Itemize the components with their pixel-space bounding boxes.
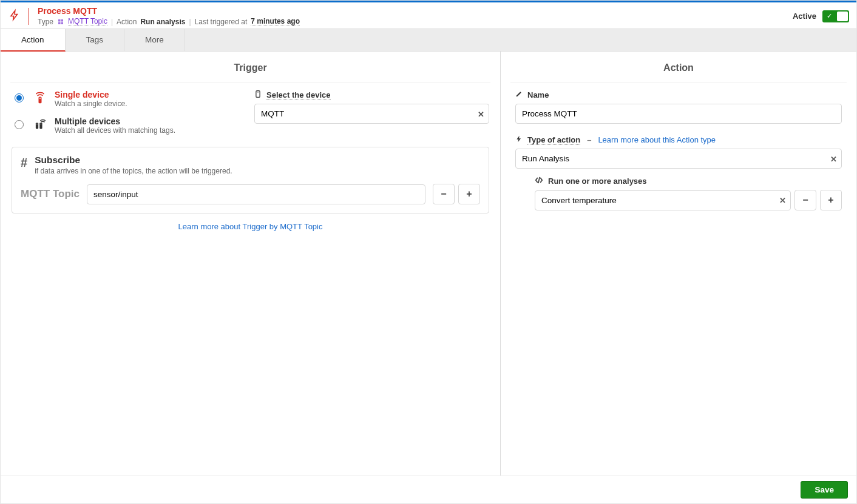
action-divider — [510, 82, 847, 82]
action-type-input[interactable] — [515, 149, 842, 169]
add-topic-button[interactable]: + — [458, 184, 480, 204]
name-field-label: Name — [515, 90, 842, 100]
action-name-input[interactable] — [515, 104, 842, 124]
trigger-learn-more-link[interactable]: Learn more about Trigger by MQTT Topic — [178, 222, 323, 231]
tab-more[interactable]: More — [124, 29, 185, 51]
pencil-icon — [515, 90, 523, 100]
device-field-label: Select the device — [254, 90, 489, 100]
hash-icon: # — [21, 156, 27, 170]
trigger-option-single[interactable]: Single device Watch a single device. — [12, 90, 242, 108]
active-label: Active — [793, 12, 816, 21]
meta-type-label: Type — [38, 18, 53, 26]
meta-action-value: Run analysis — [140, 18, 185, 26]
analysis-input[interactable] — [535, 190, 791, 210]
subscribe-box: # Subscribe if data arrives in one of th… — [12, 147, 489, 213]
svg-point-5 — [41, 124, 41, 124]
tab-bar: Action Tags More — [1, 29, 856, 52]
type-label-text: Type of action — [527, 135, 580, 145]
svg-point-7 — [257, 92, 259, 93]
code-icon — [535, 176, 543, 186]
name-label-text: Name — [527, 90, 549, 99]
footer: Save — [1, 475, 856, 503]
header-meta: Type MQTT Topic | Action Run analysis | … — [38, 17, 300, 26]
single-device-desc: Watch a single device. — [55, 99, 127, 108]
remove-topic-button[interactable]: − — [433, 184, 455, 204]
svg-point-4 — [36, 124, 37, 124]
active-toggle[interactable]: ✓ — [822, 10, 849, 22]
subscribe-desc: if data arrives in one of the topics, th… — [35, 167, 232, 175]
bolt-small-icon — [515, 135, 523, 145]
multiple-devices-title: Multiple devices — [55, 116, 175, 126]
toggle-knob — [837, 12, 848, 21]
action-title: Action — [506, 62, 852, 73]
add-analysis-button[interactable]: + — [820, 190, 842, 210]
trigger-option-multiple[interactable]: Multiple devices Watch all devices with … — [12, 116, 242, 135]
trigger-title: Trigger — [5, 62, 495, 73]
mqtt-topic-input[interactable] — [87, 184, 425, 204]
action-panel: Action Name Type of acti — [501, 52, 856, 475]
save-button[interactable]: Save — [801, 481, 848, 499]
page-header: Process MQTT Type MQTT Topic | Action Ru… — [1, 1, 856, 29]
single-device-icon — [33, 91, 47, 106]
meta-last-triggered-value: 7 minutes ago — [251, 17, 300, 26]
meta-last-triggered-label: Last triggered at — [195, 18, 248, 26]
clear-device-icon[interactable]: ✕ — [478, 109, 484, 118]
svg-point-1 — [39, 98, 41, 99]
header-divider — [29, 8, 29, 25]
tab-tags[interactable]: Tags — [66, 29, 125, 51]
mqtt-topic-label: MQTT Topic — [21, 188, 80, 200]
analyses-label-text: Run one or more analyses — [548, 176, 647, 186]
page-title: Process MQTT — [38, 6, 300, 16]
tab-action[interactable]: Action — [1, 29, 66, 52]
meta-action-label: Action — [117, 18, 137, 26]
radio-multiple-devices[interactable] — [15, 120, 24, 129]
remove-analysis-button[interactable]: − — [794, 190, 816, 210]
bolt-icon — [9, 8, 20, 24]
clear-analysis-icon[interactable]: ✕ — [779, 196, 786, 205]
single-device-title: Single device — [55, 90, 127, 99]
check-icon: ✓ — [827, 12, 832, 20]
device-input[interactable] — [254, 104, 489, 124]
subscribe-title: Subscribe — [35, 155, 232, 166]
trigger-divider — [10, 82, 490, 82]
multiple-devices-desc: Watch all devices with matching tags. — [55, 126, 175, 135]
multiple-devices-icon — [33, 118, 47, 132]
device-label-text: Select the device — [266, 90, 331, 100]
type-field-label: Type of action – Learn more about this A… — [515, 135, 842, 145]
trigger-panel: Trigger Single device Watch a single dev… — [1, 52, 501, 475]
radio-single-device[interactable] — [15, 93, 24, 102]
meta-topic-type[interactable]: MQTT Topic — [68, 17, 107, 26]
action-type-learn-link[interactable]: Learn more about this Action type — [598, 135, 716, 144]
mqtt-topic-icon — [57, 18, 64, 26]
device-icon — [254, 90, 262, 100]
analyses-field-label: Run one or more analyses — [535, 176, 842, 186]
clear-action-type-icon[interactable]: ✕ — [830, 154, 837, 163]
